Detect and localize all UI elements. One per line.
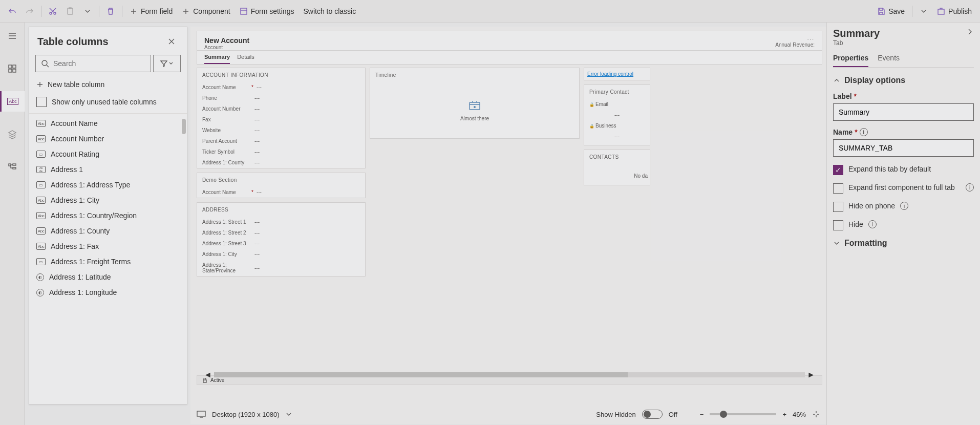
list-item[interactable]: ◐Address 1: Latitude [29,269,187,285]
label-input[interactable] [833,103,974,121]
expand-default-checkbox[interactable]: ✓ [833,165,843,175]
publish-button[interactable]: Publish [933,4,976,18]
switch-to-classic-button[interactable]: Switch to classic [299,4,360,18]
new-table-column-button[interactable]: New table column [29,76,187,93]
device-icon [197,411,206,418]
list-item[interactable]: ▭Address 1: Address Type [29,177,187,193]
zoom-in-button[interactable]: + [782,411,786,418]
svg-point-13 [42,60,47,66]
hide-checkbox[interactable] [833,220,843,230]
undo-button[interactable] [4,4,20,18]
layers-rail-button[interactable] [2,124,23,144]
info-icon[interactable]: i [966,183,974,192]
list-item[interactable]: AbcAccount Name [29,116,187,131]
show-unused-checkbox[interactable] [36,97,47,107]
form-field[interactable]: Account Name*--- [197,82,365,93]
svg-rect-8 [9,69,12,72]
tab-properties[interactable]: Properties [833,54,868,67]
show-unused-label: Show only unused table columns [52,98,157,106]
annual-revenue-label: Annual Revenue: [775,42,815,48]
form-field[interactable]: Address 1: Street 2--- [197,227,365,238]
list-item[interactable]: AbdeAddress 1 [29,162,187,177]
formatting-header[interactable]: Formatting [833,239,974,248]
expand-first-checkbox[interactable] [833,183,843,194]
section-demo[interactable]: Demo Section Account Name*--- [197,173,366,198]
form-title: New Account [204,36,249,45]
command-bar: Form field Component Form settings Switc… [0,0,980,23]
list-item[interactable]: AbcAddress 1: City [29,193,187,208]
zoom-slider[interactable] [710,413,776,415]
viewport-label[interactable]: Desktop (1920 x 1080) [212,411,280,418]
form-field[interactable]: Address 1: County--- [197,157,365,168]
form-field[interactable]: Address 1: State/Province--- [197,260,365,276]
form-field[interactable]: Address 1: Street 1--- [197,217,365,227]
show-hidden-toggle[interactable] [642,410,663,419]
error-box: Error loading control [584,68,650,80]
form-field[interactable]: Phone--- [197,93,365,103]
list-item[interactable]: ◐Address 1: Longitude [29,285,187,300]
info-icon[interactable]: i [900,202,908,210]
save-button[interactable]: Save [873,4,909,18]
search-input-wrapper[interactable] [35,55,151,72]
list-item[interactable]: ▭Address 1: Freight Terms [29,254,187,269]
list-item[interactable]: AbcAccount Number [29,131,187,146]
add-component-button[interactable]: Component [178,4,234,18]
hide-label: Hide [848,220,863,228]
tree-rail-button[interactable] [2,157,23,177]
form-field[interactable]: Address 1: Street 3--- [197,238,365,249]
tab-events[interactable]: Events [878,54,900,67]
section-timeline[interactable]: Timeline Almost there [370,68,580,139]
cut-button[interactable] [45,4,61,18]
form-header[interactable]: New Account Account ··· Annual Revenue: [197,31,822,51]
chevron-right-icon[interactable] [966,28,974,36]
form-tabs: Summary Details [197,51,822,65]
list-item[interactable]: AbcAddress 1: County [29,223,187,239]
form-settings-button[interactable]: Form settings [236,4,299,18]
svg-rect-9 [13,69,16,72]
svg-rect-7 [13,65,16,68]
form-field[interactable]: Account Name*--- [197,187,365,198]
contacts-card[interactable]: CONTACTS No da [584,150,650,185]
name-input[interactable] [833,139,974,157]
section-account-information[interactable]: ACCOUNT INFORMATION Account Name*---Phon… [197,68,366,168]
hide-phone-checkbox[interactable] [833,202,843,212]
scrollbar-thumb[interactable] [182,119,186,134]
svg-rect-6 [9,65,12,68]
fit-icon[interactable] [812,410,820,418]
table-columns-rail-button[interactable]: Abc [0,91,25,112]
close-panel-button[interactable] [164,34,179,49]
components-rail-button[interactable] [2,58,23,79]
save-chevron[interactable] [915,4,932,18]
chevron-down-icon[interactable] [286,411,292,417]
display-options-header[interactable]: Display options [833,76,974,85]
columns-list: AbcAccount NameAbcAccount Number▭Account… [29,114,187,404]
filter-button[interactable] [153,55,181,72]
tab-summary[interactable]: Summary [204,54,230,64]
toggle-state: Off [669,411,677,418]
form-field[interactable]: Fax--- [197,114,365,125]
add-form-field-button[interactable]: Form field [125,4,177,18]
form-field[interactable]: Ticker Symbol--- [197,146,365,157]
redo-button[interactable] [22,4,38,18]
list-item[interactable]: ▭Account Rating [29,146,187,162]
svg-rect-17 [197,411,205,416]
section-address[interactable]: ADDRESS Address 1: Street 1---Address 1:… [197,202,366,277]
horizontal-scrollbar[interactable]: ◄ ► [202,372,817,378]
info-icon[interactable]: i [868,220,877,228]
delete-button[interactable] [102,4,119,18]
hamburger-icon[interactable] [2,26,23,46]
form-field[interactable]: Parent Account--- [197,136,365,146]
tab-details[interactable]: Details [237,54,254,64]
paste-button[interactable] [62,4,78,18]
error-loading-link[interactable]: Error loading control [584,69,650,79]
form-field[interactable]: Address 1: City--- [197,249,365,260]
zoom-out-button[interactable]: − [700,411,704,418]
list-item[interactable]: AbcAddress 1: Country/Region [29,208,187,223]
list-item[interactable]: AbcAddress 1: Fax [29,239,187,254]
info-icon[interactable]: i [860,128,868,136]
form-field[interactable]: Account Number--- [197,103,365,114]
primary-contact-card[interactable]: Primary Contact Email --- Business --- [584,84,650,145]
search-input[interactable] [53,59,145,68]
paste-chevron[interactable] [79,4,96,18]
form-field[interactable]: Website--- [197,125,365,136]
